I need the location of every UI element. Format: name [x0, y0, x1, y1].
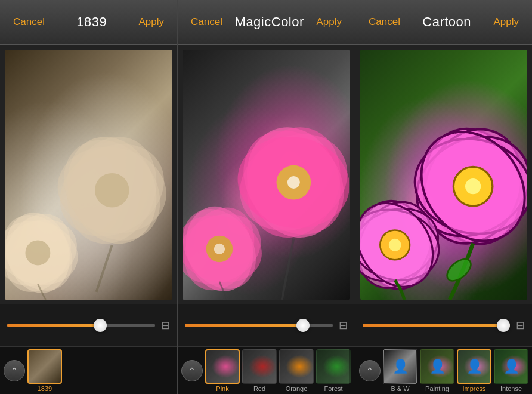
photo-wrapper-1839 [5, 50, 172, 300]
header-1839: Cancel 1839 Apply [0, 0, 177, 45]
chevron-up-icon-1839: ⌃ [11, 366, 18, 375]
slider-thumb-magic[interactable] [296, 319, 310, 332]
nav-prev-1839[interactable]: ⌃ [4, 360, 25, 381]
thumb-bw[interactable]: 👤 B & W [383, 349, 417, 392]
slider-area-cartoon: ⊟ [355, 304, 532, 346]
flower-overlay-cartoon [360, 50, 527, 300]
thumb-img-impress[interactable]: 👤 [457, 349, 491, 384]
title-magic: MagicColor [235, 14, 304, 30]
svg-point-20 [287, 176, 300, 189]
slider-fill-1839 [7, 324, 100, 327]
thumb-img-painting[interactable]: 👤 [420, 349, 454, 384]
thumb-1839[interactable]: 1839 [27, 349, 62, 392]
thumb-img-1839[interactable] [27, 349, 62, 384]
thumb-img-red[interactable] [242, 349, 277, 384]
thumb-red[interactable]: Red [242, 349, 277, 392]
panel-magic: Cancel MagicColor Apply [178, 0, 355, 394]
cancel-button-1839[interactable]: Cancel [10, 14, 48, 30]
svg-line-28 [282, 239, 294, 300]
thumb-pink[interactable]: Pink [205, 349, 240, 392]
filmstrip-magic: ⌃ Pink Red Orange Forest [178, 346, 355, 394]
thumb-img-pink[interactable] [205, 349, 240, 384]
title-1839: 1839 [76, 14, 107, 30]
header-magic: Cancel MagicColor Apply [178, 0, 355, 45]
thumb-impress[interactable]: 👤 Impress [457, 349, 491, 392]
slider-area-1839: ⊟ [0, 304, 177, 346]
slider-thumb-1839[interactable] [94, 319, 107, 332]
thumb-img-intense[interactable]: 👤 [494, 349, 528, 384]
photo-wrapper-cartoon [360, 50, 527, 300]
slider-area-magic: ⊟ [178, 304, 355, 346]
header-cartoon: Cancel Cartoon Apply [355, 0, 532, 45]
panel-1839: Cancel 1839 Apply [0, 0, 178, 394]
svg-point-5 [95, 173, 129, 208]
thumb-forest[interactable]: Forest [316, 349, 351, 392]
chevron-up-icon-cartoon: ⌃ [366, 366, 373, 375]
thumb-img-bw[interactable]: 👤 [383, 349, 417, 384]
svg-point-11 [25, 240, 50, 265]
thumb-img-forest[interactable] [316, 349, 351, 384]
flower-overlay-magic [183, 50, 350, 300]
thumb-img-orange[interactable] [279, 349, 314, 384]
nav-prev-cartoon[interactable]: ⌃ [359, 360, 381, 381]
apply-button-1839[interactable]: Apply [135, 14, 168, 30]
thumb-label-red: Red [253, 385, 265, 392]
image-area-cartoon [355, 45, 532, 304]
apply-button-cartoon[interactable]: Apply [490, 14, 522, 30]
thumb-label-painting: Painting [425, 385, 449, 392]
thumb-orange[interactable]: Orange [279, 349, 314, 392]
slider-settings-icon-cartoon[interactable]: ⊟ [516, 319, 525, 332]
slider-fill-magic [185, 324, 303, 327]
svg-point-43 [389, 239, 401, 251]
thumb-label-1839: 1839 [38, 385, 52, 392]
thumb-label-bw: B & W [391, 385, 409, 392]
thumb-label-impress: Impress [462, 385, 485, 392]
cancel-button-magic[interactable]: Cancel [187, 14, 226, 30]
image-area-magic [178, 45, 355, 304]
flower-overlay-1839 [5, 50, 172, 300]
slider-track-magic[interactable] [185, 324, 333, 327]
slider-track-cartoon[interactable] [363, 324, 510, 327]
slider-fill-cartoon [363, 324, 510, 327]
cancel-button-cartoon[interactable]: Cancel [365, 14, 404, 30]
thumb-intense[interactable]: 👤 Intense [494, 349, 528, 392]
slider-track-1839[interactable] [7, 324, 155, 327]
filmstrip-cartoon: ⌃ 👤 B & W 👤 Painting 👤 Impress 👤 Intense [355, 346, 532, 394]
photo-wrapper-magic [183, 50, 350, 300]
thumb-label-intense: Intense [500, 385, 522, 392]
panel-cartoon: Cancel Cartoon Apply [355, 0, 532, 394]
image-area-1839 [0, 45, 177, 304]
thumb-label-pink: Pink [216, 385, 228, 392]
apply-button-magic[interactable]: Apply [313, 14, 345, 30]
svg-point-36 [465, 178, 481, 194]
filmstrip-1839: ⌃ 1839 [0, 346, 177, 394]
svg-point-27 [214, 244, 225, 254]
thumb-painting[interactable]: 👤 Painting [420, 349, 454, 392]
thumb-label-orange: Orange [286, 385, 308, 392]
chevron-up-icon-magic: ⌃ [188, 366, 196, 375]
slider-settings-icon-1839[interactable]: ⊟ [161, 319, 170, 332]
title-cartoon: Cartoon [422, 14, 471, 30]
slider-thumb-cartoon[interactable] [497, 319, 510, 332]
thumb-label-forest: Forest [324, 385, 342, 392]
svg-line-12 [97, 245, 112, 292]
slider-settings-icon-magic[interactable]: ⊟ [339, 319, 348, 332]
nav-prev-magic[interactable]: ⌃ [181, 360, 203, 381]
